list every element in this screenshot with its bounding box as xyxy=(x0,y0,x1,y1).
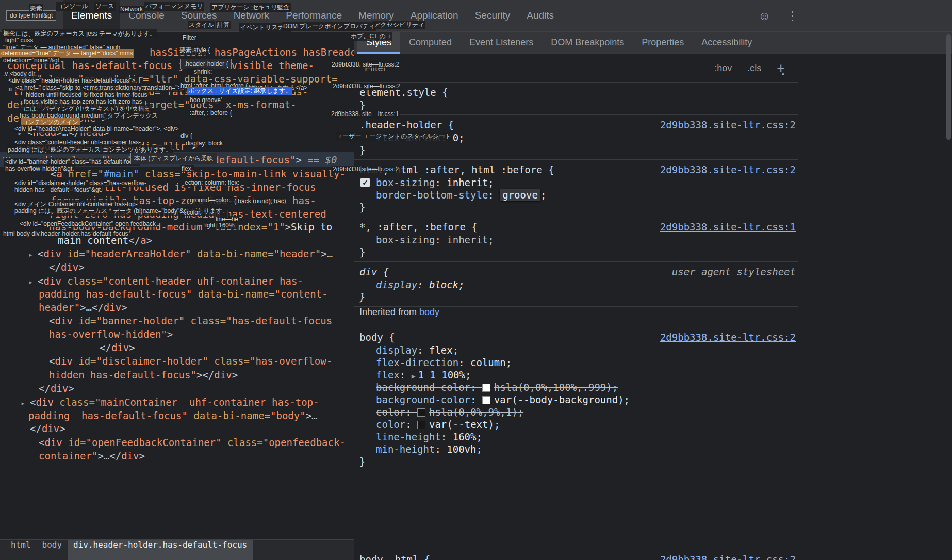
dom-tree-line[interactable]: </div> xyxy=(100,341,135,354)
dom-tree-line[interactable]: padding has-default-focus" data-bi-name=… xyxy=(28,409,318,422)
expand-arrow-icon[interactable]: ▸ xyxy=(21,399,30,408)
dom-segment-val: "banner-holder" xyxy=(96,315,185,326)
property-value[interactable]: flex xyxy=(429,344,453,356)
tab-computed[interactable]: Computed xyxy=(400,32,461,54)
property-value[interactable]: var(--text) xyxy=(429,419,494,430)
property-value[interactable]: hsla(0,0%,9%,1) xyxy=(429,406,518,418)
dom-tree-line[interactable]: <div id="openFeedbackContainer" class="o… xyxy=(39,436,346,449)
property-name[interactable]: border-bottom-style xyxy=(376,189,488,201)
kebab-menu-icon[interactable]: ⋮ xyxy=(786,10,799,22)
toolbar-right-icons: ☺⋮ xyxy=(758,0,799,32)
property-value[interactable]: 0 xyxy=(453,132,458,143)
property-value[interactable]: inherit xyxy=(447,177,488,188)
property-value[interactable]: 1 1 100% xyxy=(418,369,465,381)
property-name[interactable]: line-height xyxy=(376,431,441,442)
annotation-overlay: flex. xyxy=(180,165,194,172)
pseudo-state-button[interactable]: :hov xyxy=(714,63,732,74)
property-name[interactable]: display xyxy=(376,279,417,290)
color-swatch[interactable] xyxy=(417,408,425,417)
property-name[interactable]: color xyxy=(376,406,405,418)
property-value[interactable]: column xyxy=(470,357,506,368)
styles-rules: element.style {}.header-holder {2d9bb338… xyxy=(354,83,798,560)
dom-tree-line[interactable]: ▸ <div class="content-header uhf-contain… xyxy=(28,274,303,289)
rule-selector[interactable]: .header-holder { xyxy=(359,118,454,131)
stylesheet-link[interactable]: 2d9bb338.site-ltr.css:1 xyxy=(660,220,798,234)
breadcrumb-item[interactable]: body xyxy=(37,540,68,560)
rule-selector[interactable]: div { xyxy=(359,265,389,278)
dom-segment-val: "header" xyxy=(274,248,321,259)
dom-tree-line[interactable]: ▸ <div id="headerAreaHolder" data-bi-nam… xyxy=(28,247,333,261)
style-rule-header: element.style { xyxy=(354,86,798,99)
styles-filter-input[interactable] xyxy=(365,62,612,74)
annotation-overlay: ホブ。CT の + xyxy=(350,32,392,41)
styles-filter-buttons: :hov.cls+ xyxy=(714,63,785,74)
property-name[interactable]: color xyxy=(376,419,405,430)
annotation-overlay: 2d9bb338. site—ltr.css:1 xyxy=(330,110,400,118)
property-value[interactable]: 100vh xyxy=(447,443,476,455)
dom-segment-tag: a xyxy=(140,235,146,246)
dom-tree-line[interactable]: </div> xyxy=(39,382,74,395)
tab-dom-breakpoints[interactable]: DOM Breakpoints xyxy=(542,32,633,54)
property-value[interactable]: inherit xyxy=(447,234,488,245)
rule-closing-brace: } xyxy=(354,291,798,303)
rule-selector[interactable]: *, :after, :before { xyxy=(359,220,478,234)
property-name[interactable]: min-height xyxy=(376,443,435,455)
stylesheet-link[interactable]: 2d9bb338.site-ltr.css:2 xyxy=(660,163,798,176)
feedback-smiley-icon[interactable]: ☺ xyxy=(758,10,771,22)
annotation-overlay: 本体 (ディスプレイから柔軟 xyxy=(130,153,217,164)
tab-event-listeners[interactable]: Event Listeners xyxy=(461,32,542,54)
dom-tree-line[interactable]: header">…</div> xyxy=(39,301,127,314)
breadcrumb-item[interactable]: html xyxy=(5,540,37,560)
color-swatch[interactable] xyxy=(482,396,490,404)
tab-properties[interactable]: Properties xyxy=(633,32,693,54)
dom-tree-line[interactable]: padding has-default-focus" data-bi-name=… xyxy=(39,287,328,301)
property-value[interactable]: groove xyxy=(500,189,540,201)
stylesheet-link[interactable]: 2d9bb338.site-ltr.css:2 xyxy=(660,331,798,344)
property-value[interactable]: var(--body-background) xyxy=(494,394,624,405)
rule-selector[interactable]: body { xyxy=(359,331,395,344)
property-name[interactable]: background-color xyxy=(376,394,470,405)
rule-selector[interactable]: body, html { xyxy=(359,553,430,560)
property-name[interactable]: flex-direction xyxy=(376,357,458,368)
breadcrumb-item[interactable]: div.header-holder.has-default-focus xyxy=(68,540,253,560)
property-value[interactable]: hsla(0,0%,100%,.999) xyxy=(494,382,612,393)
style-rule: element.style {} xyxy=(354,83,798,115)
property-value[interactable]: block xyxy=(429,279,458,290)
dom-tree-line[interactable]: hidden has-default-focus"></div> xyxy=(49,368,238,382)
stylesheet-link[interactable]: 2d9bb338.site-ltr.css:2 xyxy=(660,553,798,560)
expand-arrow-icon[interactable]: ▸ xyxy=(28,277,38,287)
property-name[interactable]: display xyxy=(376,344,417,356)
dom-tree-line[interactable]: container">…</div> xyxy=(39,449,145,463)
tab-audits[interactable]: Audits xyxy=(518,0,562,32)
color-swatch[interactable] xyxy=(482,384,490,392)
stylesheet-link[interactable]: 2d9bb338.site-ltr.css:2 xyxy=(660,118,798,131)
color-swatch[interactable] xyxy=(417,421,425,429)
dom-tree-line[interactable]: </div> xyxy=(49,260,85,274)
dom-segment-attr: class= xyxy=(139,168,180,179)
expand-arrow-icon[interactable]: ▸ xyxy=(28,250,38,259)
property-checkbox[interactable]: ✓ xyxy=(360,178,370,187)
inherited-node-link[interactable]: body xyxy=(419,307,439,317)
property-name[interactable]: background-color xyxy=(376,382,470,393)
dom-tree-line[interactable]: <div id="disclaimer-holder" class="has-o… xyxy=(49,354,332,368)
dom-segment-val: "body" xyxy=(270,410,306,421)
property-name[interactable]: flex xyxy=(376,369,400,381)
annotation-overlay: 要素.style { xyxy=(178,46,211,55)
dom-tree-line[interactable]: <div id="banner-holder" class="has-defau… xyxy=(49,314,332,327)
property-name[interactable]: box-sizing xyxy=(376,177,435,188)
shorthand-expander-icon[interactable]: ▶ xyxy=(412,372,416,380)
style-rule: *, :after, :before {2d9bb338.site-ltr.cs… xyxy=(354,217,798,262)
scrollbar-thumb[interactable] xyxy=(946,34,951,140)
dom-segment-punc: </ xyxy=(100,342,111,353)
property-value[interactable]: 160% xyxy=(453,431,477,442)
dom-segment-punc: > xyxy=(78,261,84,273)
dom-tree-line[interactable]: </div> xyxy=(30,422,65,435)
tab-accessibility[interactable]: Accessibility xyxy=(693,32,761,54)
tab-security[interactable]: Security xyxy=(467,0,519,32)
class-toggle-button[interactable]: .cls xyxy=(747,63,761,74)
property-name[interactable]: box-sizing xyxy=(376,234,435,245)
dom-tree-line[interactable]: ▸ <div class="mainContainer uhf-containe… xyxy=(21,396,319,410)
annotation-overlay: ソース xyxy=(94,2,116,11)
dom-tree-line[interactable]: has-overflow-hidden"> xyxy=(49,327,173,341)
annotation-overlay: 2d9bb338. site—ltr.css:2 xyxy=(332,83,401,90)
